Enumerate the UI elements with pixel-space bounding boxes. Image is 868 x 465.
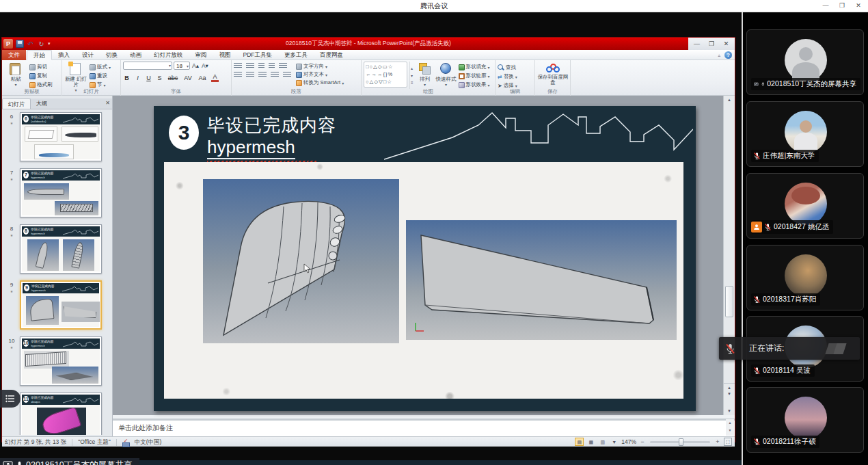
tab-outline-pane[interactable]: 大纲 xyxy=(31,98,53,109)
scroll-down-icon[interactable]: ▼ xyxy=(724,407,735,415)
strikethrough-button[interactable]: abc xyxy=(167,75,179,81)
meeting-sidebar-toggle[interactable] xyxy=(0,390,21,408)
ppt-close-icon[interactable]: ✕ xyxy=(720,40,733,47)
grow-font-button[interactable]: A▴ xyxy=(191,62,200,69)
tab-file[interactable]: 文件 xyxy=(2,50,26,60)
reading-view-icon[interactable]: ▥ xyxy=(598,438,607,446)
indent-decrease-icon[interactable] xyxy=(258,63,265,69)
align-text-button[interactable]: 对齐文本▾ xyxy=(296,71,344,78)
find-button[interactable]: 查找 xyxy=(498,64,532,71)
language-indicator[interactable]: 中文(中国) xyxy=(135,438,162,447)
tab-slides-pane[interactable]: 幻灯片 xyxy=(2,98,31,109)
replace-button[interactable]: ⇄替换▾ xyxy=(498,73,532,80)
numbering-icon[interactable] xyxy=(246,63,254,69)
tab-review[interactable]: 审阅 xyxy=(189,50,213,60)
shape-fill-button[interactable]: 形状填充▾ xyxy=(459,64,490,70)
text-direction-button[interactable]: 文字方向▾ xyxy=(296,63,344,70)
tab-insert[interactable]: 插入 xyxy=(52,50,76,60)
save-to-baidu-button[interactable]: 保存到百度网盘 xyxy=(537,62,569,85)
notes-scrollbar[interactable]: ▲▼ xyxy=(726,419,734,436)
slide-sorter-icon[interactable]: ▦ xyxy=(586,438,595,446)
italic-button[interactable]: I xyxy=(134,75,141,81)
tab-baidu-netdisk[interactable]: 百度网盘 xyxy=(314,50,349,60)
shapes-gallery[interactable]: □○△◇▭☆ ←→↔{}% ○△◇▽□☆ xyxy=(364,62,407,88)
shape-outline-button[interactable]: 形状轮廓▾ xyxy=(459,72,490,79)
bullets-icon[interactable] xyxy=(234,63,242,69)
zoom-out-icon[interactable]: − xyxy=(639,438,646,445)
spellcheck-icon[interactable] xyxy=(122,439,129,446)
undo-icon[interactable]: ↶ xyxy=(26,40,35,49)
align-center-icon[interactable] xyxy=(246,72,254,78)
participant-tile[interactable]: 02018427 姚亿丞 xyxy=(746,173,864,239)
tab-view[interactable]: 视图 xyxy=(213,50,237,60)
editor-scrollbar[interactable]: ▲ ▲▼ ▼ xyxy=(723,96,735,415)
align-left-icon[interactable] xyxy=(234,72,242,78)
tab-slideshow[interactable]: 幻灯片放映 xyxy=(148,50,189,60)
reset-button[interactable]: 重设 xyxy=(90,72,111,79)
fit-to-window-icon[interactable]: ⛶ xyxy=(724,438,732,446)
ppt-minimize-icon[interactable]: — xyxy=(691,40,703,47)
new-slide-button[interactable]: 新建 幻灯片▾ xyxy=(64,62,87,89)
shadow-button[interactable]: S xyxy=(156,75,163,81)
shapes-gallery-scroll[interactable]: ▴▾≡ xyxy=(409,62,414,89)
line-spacing-icon[interactable] xyxy=(279,63,287,69)
redo-icon[interactable]: ↻ xyxy=(37,40,46,49)
arrange-button[interactable]: 排列▾ xyxy=(416,62,434,89)
close-icon[interactable]: ✕ xyxy=(850,0,867,12)
font-size-combobox[interactable]: 18 xyxy=(174,62,190,70)
font-name-combobox[interactable] xyxy=(123,62,172,70)
close-pane-icon[interactable]: ✕ xyxy=(105,100,110,106)
scrollbar-thumb[interactable] xyxy=(725,286,733,317)
tab-more-tools[interactable]: 更多工具 xyxy=(278,50,314,60)
slide-canvas[interactable]: 3 毕设已完成内容 hypermesh xyxy=(113,96,723,415)
convert-smartart-button[interactable]: 转换为 SmartArt▾ xyxy=(296,79,344,86)
section-button[interactable]: 节▾ xyxy=(90,81,111,88)
align-right-icon[interactable] xyxy=(258,72,267,78)
normal-view-icon[interactable]: ▤ xyxy=(575,438,584,446)
qat-dropdown-icon[interactable]: ▾ xyxy=(48,41,51,46)
powerpoint-logo-icon[interactable]: P xyxy=(3,39,13,49)
zoom-slider-thumb[interactable] xyxy=(679,438,683,446)
underline-button[interactable]: U xyxy=(145,75,152,81)
current-slide[interactable]: 3 毕设已完成内容 hypermesh xyxy=(154,106,696,411)
justify-icon[interactable] xyxy=(271,72,279,78)
avatar xyxy=(785,254,827,297)
scroll-up-icon[interactable]: ▲ xyxy=(724,96,735,104)
tab-home[interactable]: 开始 xyxy=(27,50,52,60)
notes-pane[interactable]: 单击此处添加备注 xyxy=(113,418,735,436)
zoom-in-icon[interactable]: + xyxy=(714,438,721,445)
ppt-restore-icon[interactable]: ❐ xyxy=(705,40,718,47)
character-spacing-button[interactable]: AV xyxy=(182,75,193,81)
participant-tile-sharing[interactable]: 02018510丁吴杰的屏幕共享 xyxy=(746,29,864,95)
participant-tile[interactable]: 庄伟超|东南大学 xyxy=(746,101,864,167)
participant-tile[interactable]: 02018317肖苏阳 xyxy=(746,245,864,310)
slideshow-icon[interactable]: ▼ xyxy=(610,438,619,446)
tab-animations[interactable]: 动画 xyxy=(124,50,148,60)
tab-pdf-tools[interactable]: PDF工具集 xyxy=(237,50,279,60)
shrink-font-button[interactable]: A▾ xyxy=(201,62,209,69)
ribbon-tab-row: 文件 开始 插入 设计 切换 动画 幻灯片放映 审阅 视图 PDF工具集 更多工… xyxy=(2,50,735,60)
format-painter-button[interactable]: 格式刷 xyxy=(29,81,53,88)
change-case-button[interactable]: Aa xyxy=(197,75,208,81)
columns-icon[interactable] xyxy=(283,72,291,78)
collapse-ribbon-icon[interactable]: ▵ xyxy=(718,53,720,58)
restore-icon[interactable]: ❐ xyxy=(834,0,850,12)
cut-button[interactable]: 剪切 xyxy=(29,64,53,70)
participant-tile[interactable]: 02018211徐子硕 xyxy=(746,387,864,453)
indent-increase-icon[interactable] xyxy=(269,63,275,69)
save-icon[interactable] xyxy=(16,40,24,48)
tab-transitions[interactable]: 切换 xyxy=(100,50,124,60)
minimize-icon[interactable]: — xyxy=(817,0,834,12)
font-color-button[interactable]: A xyxy=(211,74,219,82)
transition-icon: ★ xyxy=(5,345,18,349)
zoom-slider[interactable] xyxy=(650,441,710,443)
quick-styles-button[interactable]: 快速样式▾ xyxy=(436,62,457,89)
help-icon[interactable]: ? xyxy=(724,51,732,59)
layout-button[interactable]: 版式▾ xyxy=(90,64,111,70)
bold-button[interactable]: B xyxy=(123,75,131,81)
prev-next-slide-buttons[interactable]: ▲▼ xyxy=(724,383,735,406)
tab-design[interactable]: 设计 xyxy=(76,50,100,60)
shape-effects-button[interactable]: 形状效果▾ xyxy=(459,81,490,88)
copy-button[interactable]: 复制 xyxy=(29,72,53,79)
paste-button[interactable]: 粘贴▾ xyxy=(4,62,27,89)
